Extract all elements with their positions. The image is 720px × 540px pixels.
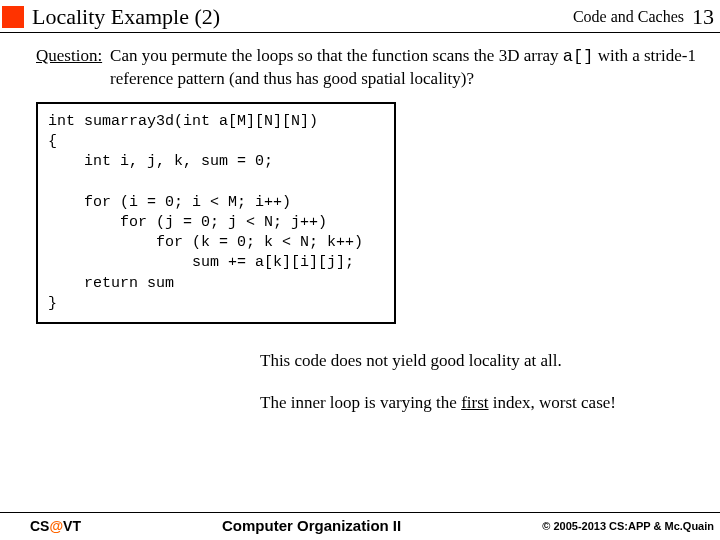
commentary-line2-before: The inner loop is varying the — [260, 393, 461, 412]
slide-title: Locality Example (2) — [32, 4, 573, 30]
slide-footer: CS@VT Computer Organization II © 2005-20… — [0, 512, 720, 536]
slide-header: Locality Example (2) Code and Caches 13 — [0, 0, 720, 32]
header-divider — [0, 32, 720, 33]
commentary-line-2: The inner loop is varying the first inde… — [260, 392, 720, 414]
footer-right: © 2005-2013 CS:APP & Mc.Quain — [542, 520, 714, 532]
commentary-line2-after: index, worst case! — [489, 393, 616, 412]
inline-code: a[] — [563, 47, 594, 66]
question-text: Can you permute the loops so that the fu… — [110, 45, 696, 90]
slide-number: 13 — [692, 4, 714, 30]
commentary-line2-underlined: first — [461, 393, 488, 412]
question-block: Question: Can you permute the loops so t… — [0, 41, 720, 90]
footer-left: CS@VT — [30, 518, 81, 534]
commentary: This code does not yield good locality a… — [260, 350, 720, 414]
accent-square-icon — [2, 6, 24, 28]
question-text-before: Can you permute the loops so that the fu… — [110, 46, 563, 65]
question-label: Question: — [36, 45, 110, 90]
footer-center: Computer Organization II — [81, 517, 542, 534]
footer-vt: VT — [63, 518, 81, 534]
chapter-label: Code and Caches — [573, 8, 684, 26]
commentary-line-1: This code does not yield good locality a… — [260, 350, 720, 372]
footer-at: @ — [49, 518, 63, 534]
footer-cs: CS — [30, 518, 49, 534]
code-box: int sumarray3d(int a[M][N][N]) { int i, … — [36, 102, 396, 325]
